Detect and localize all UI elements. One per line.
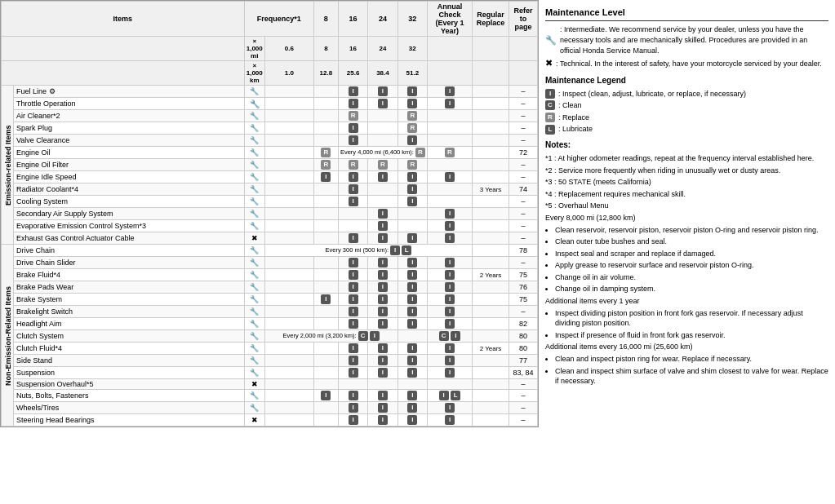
sas-refer: – xyxy=(509,208,538,220)
every-16000-header: Additional items every 16,000 mi (25,600… xyxy=(545,342,828,352)
sas-f16 xyxy=(338,208,367,220)
clutch-system-refer: 80 xyxy=(509,330,538,343)
ss-f06 xyxy=(264,355,313,367)
so-f16 xyxy=(338,379,367,390)
fuel-line-f06 xyxy=(264,86,313,98)
wt-f8 xyxy=(313,402,338,414)
intermediate-item: 🔧 : Intermediate. We recommend service b… xyxy=(545,24,828,55)
eis-f32: I xyxy=(398,171,427,183)
e8000-item-4: Apply grease to reservoir surface and re… xyxy=(555,260,828,271)
so-f32 xyxy=(398,379,427,390)
annual-header: Annual Check (Every 1 Year) xyxy=(428,2,473,37)
drive-chain-icon: 🔧 xyxy=(244,245,264,257)
notes-content: *1 : At higher odometer readings, repeat… xyxy=(545,153,828,387)
dcs-f32: I xyxy=(398,257,427,269)
susp-regular xyxy=(473,367,509,379)
throttle-f8 xyxy=(313,98,338,110)
eec-refer: – xyxy=(509,220,538,232)
drive-chain-slider-icon: 🔧 xyxy=(244,257,264,269)
brake-fluid-name: Brake Fluid*4 xyxy=(14,269,245,281)
shb-f24: I xyxy=(368,414,398,427)
badge-i: I xyxy=(545,89,555,99)
rc-f8 xyxy=(313,183,338,196)
valve-f8 xyxy=(313,135,338,147)
f24-header: 24 xyxy=(368,2,398,37)
wrench-level-icon: 🔧 xyxy=(545,34,557,46)
e8000-item-3: Inspect seal and scraper and replace if … xyxy=(555,249,828,259)
clutch-system-special: Every 2,000 mi (3,200 km): C I xyxy=(264,330,398,343)
clutch-fluid-row: Clutch Fluid*4 🔧 I I I I 2 Years 80 xyxy=(2,343,538,355)
throttle-icon: 🔧 xyxy=(244,98,264,110)
brakelight-switch-name: Brakelight Switch xyxy=(14,306,245,318)
cs-f8 xyxy=(313,196,338,208)
wt-refer: – xyxy=(509,402,538,414)
bls-f32: I xyxy=(398,306,427,318)
dcs-annual: I xyxy=(428,257,473,269)
bls-f16: I xyxy=(338,306,367,318)
throttle-f32: I xyxy=(398,98,427,110)
nbf-annual: I L xyxy=(428,390,473,402)
regular-unit-empty xyxy=(473,37,509,61)
eis-f06 xyxy=(264,171,313,183)
ha-refer: 82 xyxy=(509,318,538,330)
brake-system-icon: 🔧 xyxy=(244,294,264,306)
egc-f8 xyxy=(313,232,338,245)
eis-regular xyxy=(473,171,509,183)
spark-plug-f16: I xyxy=(338,122,367,135)
spark-plug-f06 xyxy=(264,122,313,135)
eec-f32 xyxy=(398,220,427,232)
air-cleaner-refer: – xyxy=(509,110,538,122)
cf-regular: 2 Years xyxy=(473,343,509,355)
engine-oil-filter-row: Engine Oil Filter 🔧 R R R R – xyxy=(2,159,538,171)
bpw-refer: 76 xyxy=(509,281,538,294)
ha-f24: I xyxy=(368,318,398,330)
shb-regular xyxy=(473,414,509,427)
bf-f32: I xyxy=(398,269,427,281)
engine-oil-special: Every 4,000 mi (6,400 km): R xyxy=(338,147,427,159)
refer-unit-empty xyxy=(509,37,538,61)
bf-f8 xyxy=(313,269,338,281)
side-stand-icon: 🔧 xyxy=(244,355,264,367)
bs-f32: I xyxy=(398,294,427,306)
e8000-item-1: Clean reservoir, reservoir piston, reser… xyxy=(555,225,828,236)
cs-refer: – xyxy=(509,196,538,208)
brake-system-row: Brake System 🔧 I I I I I 75 xyxy=(2,294,538,306)
eec-regular xyxy=(473,220,509,232)
wt-annual: I xyxy=(428,402,473,414)
nbf-f32: I xyxy=(398,390,427,402)
legend-l-desc: : Lubricate xyxy=(558,124,593,135)
throttle-row: Throttle Operation 🔧 I I I I – xyxy=(2,98,538,110)
f16-header: 16 xyxy=(338,2,367,37)
spark-plug-regular xyxy=(473,122,509,135)
drive-chain-refer: 78 xyxy=(509,245,538,257)
nuts-bolts-icon: 🔧 xyxy=(244,390,264,402)
shb-f8 xyxy=(313,414,338,427)
valve-f16: I xyxy=(338,135,367,147)
shb-annual: I xyxy=(428,414,473,427)
emission-section-label: Emission-related Items xyxy=(2,86,14,245)
so-f8 xyxy=(313,379,338,390)
brakelight-switch-row: Brakelight Switch 🔧 I I I I – xyxy=(2,306,538,318)
rc-regular: 3 Years xyxy=(473,183,509,196)
ha-annual: I xyxy=(428,318,473,330)
wt-f24: I xyxy=(368,402,398,414)
engine-oil-row: Engine Oil 🔧 R Every 4,000 mi (6,400 km)… xyxy=(2,147,538,159)
spark-plug-name: Spark Plug xyxy=(14,122,245,135)
air-cleaner-regular xyxy=(473,110,509,122)
dcs-f06 xyxy=(264,257,313,269)
air-cleaner-name: Air Cleaner*2 xyxy=(14,110,245,122)
f32-header: 32 xyxy=(398,2,427,37)
wt-f16: I xyxy=(338,402,367,414)
eof-f8: R xyxy=(313,159,338,171)
throttle-regular xyxy=(473,98,509,110)
radiator-coolant-row: Radiator Coolant*4 🔧 I I 3 Years 74 xyxy=(2,183,538,196)
maintenance-legend-title: Maintenance Legend xyxy=(545,75,828,86)
fuel-line-annual: I xyxy=(428,86,473,98)
nuts-bolts-row: Nuts, Bolts, Fasteners 🔧 I I I I I L – xyxy=(2,390,538,402)
bs-annual: I xyxy=(428,294,473,306)
air-cleaner-row: Air Cleaner*2 🔧 R R – xyxy=(2,110,538,122)
drive-chain-slider-name: Drive Chain Slider xyxy=(14,257,245,269)
notes-title: Notes: xyxy=(545,139,828,151)
dcs-f24: I xyxy=(368,257,398,269)
badge-l: L xyxy=(545,125,555,135)
